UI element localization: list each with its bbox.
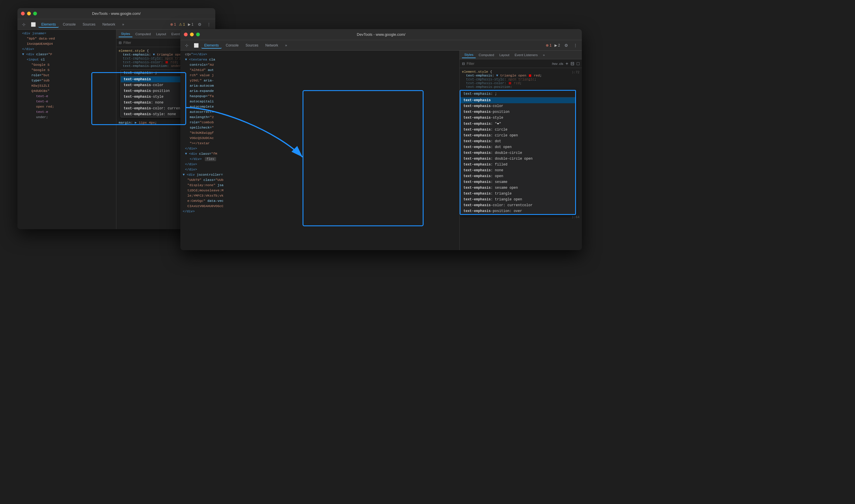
ac-item-filled-fg[interactable]: text-emphasis: filled — [461, 162, 575, 167]
dom-line-fg[interactable]: </div> — [180, 209, 459, 214]
tab-elements-bg[interactable]: Elements — [38, 21, 59, 28]
filter-input-fg[interactable] — [467, 62, 550, 66]
tab-sources-fg[interactable]: Sources — [243, 42, 261, 49]
dom-line[interactable]: "8pb" data-ved — [17, 36, 116, 41]
tab-more-fg[interactable]: » — [282, 42, 290, 49]
ac-item-circle-fg[interactable]: text-emphasis: circle — [461, 127, 575, 132]
more-icon-fg[interactable]: ⋮ — [571, 41, 580, 50]
add-style-icon-fg[interactable]: + — [566, 61, 568, 66]
tab-network-bg[interactable]: Network — [100, 21, 118, 28]
dom-line-fg[interactable]: controls="AU — [180, 62, 459, 68]
dom-line-fg[interactable]: aria-autocom — [180, 83, 459, 88]
ac-item-position-fg[interactable]: text-emphasis-position — [461, 109, 575, 115]
dom-line-fg[interactable]: VOGcQS3UDCAc — [180, 136, 459, 141]
dom-line-fg[interactable]: "></textar — [180, 141, 459, 146]
dom-line-fg[interactable]: tzDCd;mouseleave:M — [180, 188, 459, 193]
dom-line-fg[interactable]: role="combob — [180, 120, 459, 125]
ac-item-sesame-fg[interactable]: text-emphasis: sesame — [461, 179, 575, 185]
ac-item-double-circle-open-fg[interactable]: text-emphasis: double-circle open — [461, 156, 575, 162]
dom-line-fg[interactable]: le;YMFC3:VKssTb;vk — [180, 193, 459, 198]
ac-item-style-fg[interactable]: text-emphasis-style — [461, 115, 575, 121]
dom-line-fg[interactable]: autocapitali — [180, 99, 459, 104]
dom-line[interactable]: text-e — [17, 94, 116, 99]
ac-item-sesame-open-fg[interactable]: text-emphasis: sesame open — [461, 185, 575, 191]
filter-pseudo-fg[interactable]: :hov .cls — [552, 62, 563, 66]
dom-line-fg[interactable]: "Alh6id" aut — [180, 68, 459, 73]
dom-line-fg[interactable]: CIAxUzV0EAHU0VOGcC — [180, 203, 459, 209]
ac-item-triangle-fg[interactable]: text-emphasis: triangle — [461, 191, 575, 197]
dom-line-fg[interactable]: ▼ <div jscontroller= — [180, 172, 459, 177]
tab-console-fg[interactable]: Console — [223, 42, 242, 49]
dom-line-fg[interactable]: spellcheck=" — [180, 125, 459, 130]
settings-icon-fg[interactable]: ⚙ — [562, 41, 570, 50]
dom-line-fg[interactable]: "UUbT9" class="UUb — [180, 177, 459, 183]
dom-line[interactable]: text-e — [17, 99, 116, 104]
ac-item-currentcolor-fg[interactable]: text-emphasis-color: currentcolor — [461, 202, 575, 208]
maximize-button-fg[interactable] — [196, 33, 200, 36]
tab-sources-bg[interactable]: Sources — [80, 21, 98, 28]
device-toolbar-icon-fg[interactable]: ⬜ — [192, 41, 200, 50]
ac-item-triangle-open-fg[interactable]: text-emphasis: triangle open — [461, 197, 575, 202]
tab-styles-bg[interactable]: Styles — [119, 31, 132, 37]
ac-item-none-fg[interactable]: text-emphasis: none — [461, 167, 575, 173]
tab-elements-fg[interactable]: Elements — [201, 42, 222, 49]
ac-item-open-fg[interactable]: text-emphasis: open — [461, 173, 575, 179]
tab-computed-fg[interactable]: Computed — [476, 52, 496, 58]
style-sheet-icon-fg[interactable]: ⊟ — [570, 61, 574, 66]
more-icon-bg[interactable]: ⋮ — [205, 20, 213, 29]
dom-line-fg[interactable]: autocorrect= — [180, 109, 459, 114]
dom-line[interactable]: KEwjS1ZLI — [17, 83, 116, 88]
dom-line[interactable]: Q4dUDCBs" — [17, 88, 116, 94]
tab-more-styles-fg[interactable]: » — [540, 52, 547, 58]
dom-line[interactable]: </div> — [17, 47, 116, 52]
dom-line-fg[interactable]: cQv"></div> — [180, 52, 459, 57]
tab-layout-fg[interactable]: Layout — [497, 52, 512, 58]
dom-line-fg[interactable]: </div> flex — [180, 157, 459, 162]
computed-icon-fg[interactable]: □ — [576, 61, 580, 66]
dom-line[interactable]: <div jsname= — [17, 31, 116, 36]
dom-line[interactable]: open red; — [17, 104, 116, 109]
select-element-icon[interactable]: ⊹ — [20, 20, 28, 29]
dom-line[interactable]: IAxUqWUEAHQU4 — [17, 41, 116, 47]
dom-line-fg[interactable]: ▼ <div class="fM — [180, 151, 459, 157]
ac-item-heart-fg[interactable]: text-emphasis: "❤" — [461, 121, 575, 127]
ac-item-text-emphasis-fg[interactable]: text-emphasis — [461, 97, 575, 103]
dom-line-fg[interactable]: "display:none" jsa — [180, 183, 459, 188]
dom-line[interactable]: "Google S — [17, 68, 116, 73]
dom-line-fg[interactable]: autocomplete — [180, 104, 459, 109]
tab-event-listeners-fg[interactable]: Event Listeners — [512, 52, 540, 58]
dom-line[interactable]: role="but — [17, 73, 116, 78]
device-toolbar-icon[interactable]: ⬜ — [29, 20, 37, 29]
dom-line[interactable]: under; — [17, 114, 116, 120]
dom-line-fg[interactable]: ▼ <textarea cla — [180, 57, 459, 62]
dom-line-fg[interactable]: maxlength="2 — [180, 114, 459, 120]
minimize-button-fg[interactable] — [190, 33, 194, 36]
dom-line-fg[interactable]: </div> — [180, 146, 459, 151]
dom-line-fg[interactable]: </div> — [180, 167, 459, 172]
select-element-icon-fg[interactable]: ⊹ — [183, 41, 191, 50]
maximize-button[interactable] — [33, 12, 37, 15]
dom-line-fg[interactable]: e:CmVOgc" data-vec — [180, 198, 459, 203]
tab-more-bg[interactable]: » — [119, 21, 127, 28]
ac-item-circle-open-fg[interactable]: text-emphasis: circle open — [461, 132, 575, 139]
ac-item-double-circle-fg[interactable]: text-emphasis: double-circle — [461, 150, 575, 156]
dom-line-fg[interactable]: </div> — [180, 162, 459, 167]
close-button[interactable] — [21, 12, 25, 15]
dom-line[interactable]: type="sub — [17, 78, 116, 83]
dom-line-fg[interactable]: y29d;" aria- — [180, 78, 459, 83]
close-button-fg[interactable] — [184, 33, 188, 36]
dom-line-fg[interactable]: aria-expande — [180, 88, 459, 94]
tab-styles-fg[interactable]: Styles — [462, 52, 476, 58]
tab-computed-bg[interactable]: Computed — [133, 31, 153, 37]
dom-line[interactable]: <input cl — [17, 57, 116, 62]
dom-line[interactable]: ▼ <div class="F — [17, 52, 116, 57]
ac-item-color-fg[interactable]: text-emphasis-color — [461, 103, 575, 109]
dom-line-fg[interactable]: rch" value j — [180, 73, 459, 78]
tab-layout-bg[interactable]: Layout — [154, 31, 168, 37]
tab-console-bg[interactable]: Console — [60, 21, 78, 28]
tab-network-fg[interactable]: Network — [262, 42, 281, 49]
dom-line[interactable]: "Google S — [17, 62, 116, 68]
dom-line-fg[interactable]: haspopup="fa — [180, 94, 459, 99]
dom-line[interactable]: text-e — [17, 109, 116, 114]
dom-line-fg[interactable]: "0cbUKEwiggf — [180, 130, 459, 136]
